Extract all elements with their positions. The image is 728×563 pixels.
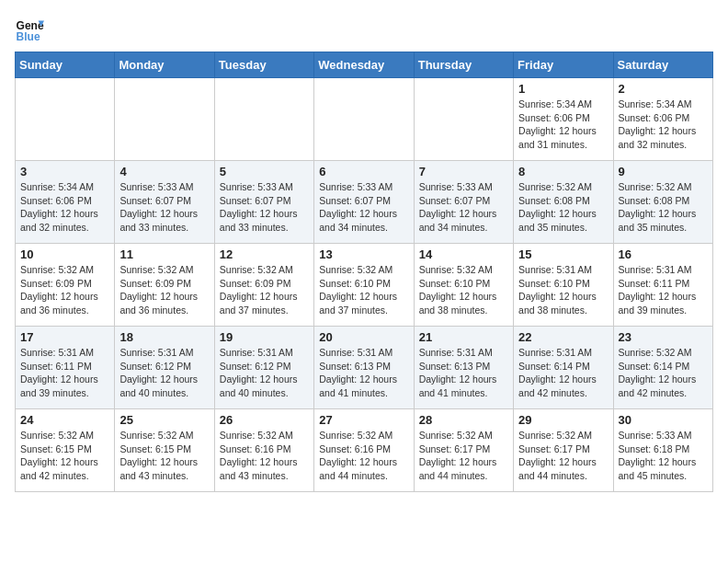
day-number: 16 <box>619 247 708 261</box>
day-number: 21 <box>419 330 508 344</box>
day-number: 14 <box>419 247 508 261</box>
day-number: 24 <box>20 413 109 427</box>
calendar-cell: 21Sunrise: 5:31 AMSunset: 6:13 PMDayligh… <box>414 327 513 409</box>
day-info: Sunrise: 5:32 AMSunset: 6:15 PMDaylight:… <box>119 429 209 483</box>
day-info: Sunrise: 5:34 AMSunset: 6:06 PMDaylight:… <box>619 98 708 152</box>
day-info: Sunrise: 5:32 AMSunset: 6:09 PMDaylight:… <box>220 263 309 317</box>
calendar-cell: 30Sunrise: 5:33 AMSunset: 6:18 PMDayligh… <box>613 409 712 492</box>
day-info: Sunrise: 5:33 AMSunset: 6:07 PMDaylight:… <box>220 180 309 235</box>
day-info: Sunrise: 5:33 AMSunset: 6:07 PMDaylight:… <box>419 180 508 235</box>
day-info: Sunrise: 5:34 AMSunset: 6:06 PMDaylight:… <box>20 180 109 235</box>
day-number: 19 <box>220 330 309 344</box>
logo: General Blue <box>15 15 48 44</box>
calendar-week-2: 3Sunrise: 5:34 AMSunset: 6:06 PMDaylight… <box>16 161 713 244</box>
calendar-week-1: 1Sunrise: 5:34 AMSunset: 6:06 PMDaylight… <box>16 78 713 161</box>
calendar-cell: 28Sunrise: 5:32 AMSunset: 6:17 PMDayligh… <box>414 409 513 492</box>
day-number: 7 <box>419 165 508 178</box>
calendar-cell: 4Sunrise: 5:33 AMSunset: 6:07 PMDaylight… <box>115 161 214 244</box>
day-info: Sunrise: 5:32 AMSunset: 6:16 PMDaylight:… <box>220 429 309 483</box>
day-info: Sunrise: 5:34 AMSunset: 6:06 PMDaylight:… <box>518 98 608 152</box>
calendar-week-5: 24Sunrise: 5:32 AMSunset: 6:15 PMDayligh… <box>16 409 713 492</box>
calendar-cell: 20Sunrise: 5:31 AMSunset: 6:13 PMDayligh… <box>314 327 414 409</box>
day-number: 29 <box>518 413 608 427</box>
calendar-cell: 12Sunrise: 5:32 AMSunset: 6:09 PMDayligh… <box>214 244 313 327</box>
calendar-cell: 16Sunrise: 5:31 AMSunset: 6:11 PMDayligh… <box>613 244 712 327</box>
day-number: 20 <box>319 330 408 344</box>
calendar-cell: 11Sunrise: 5:32 AMSunset: 6:09 PMDayligh… <box>115 244 214 327</box>
day-number: 2 <box>619 82 708 96</box>
calendar-cell: 15Sunrise: 5:31 AMSunset: 6:10 PMDayligh… <box>514 244 613 327</box>
day-info: Sunrise: 5:32 AMSunset: 6:14 PMDaylight:… <box>619 346 708 400</box>
page-header: General Blue <box>15 15 713 44</box>
day-info: Sunrise: 5:33 AMSunset: 6:07 PMDaylight:… <box>319 180 408 235</box>
day-info: Sunrise: 5:32 AMSunset: 6:08 PMDaylight:… <box>518 180 608 235</box>
weekday-header-saturday: Saturday <box>613 52 712 78</box>
calendar-cell <box>115 78 214 161</box>
calendar-cell: 18Sunrise: 5:31 AMSunset: 6:12 PMDayligh… <box>115 327 214 409</box>
day-info: Sunrise: 5:32 AMSunset: 6:17 PMDaylight:… <box>419 429 508 483</box>
calendar-cell: 17Sunrise: 5:31 AMSunset: 6:11 PMDayligh… <box>16 327 115 409</box>
day-number: 17 <box>20 330 109 344</box>
day-info: Sunrise: 5:32 AMSunset: 6:16 PMDaylight:… <box>319 429 408 483</box>
day-info: Sunrise: 5:32 AMSunset: 6:17 PMDaylight:… <box>518 429 608 483</box>
day-number: 30 <box>619 413 708 427</box>
calendar-cell: 9Sunrise: 5:32 AMSunset: 6:08 PMDaylight… <box>613 161 712 244</box>
weekday-header-tuesday: Tuesday <box>214 52 313 78</box>
weekday-header-thursday: Thursday <box>414 52 513 78</box>
day-info: Sunrise: 5:32 AMSunset: 6:10 PMDaylight:… <box>419 263 508 317</box>
calendar-cell: 24Sunrise: 5:32 AMSunset: 6:15 PMDayligh… <box>16 409 115 492</box>
day-info: Sunrise: 5:31 AMSunset: 6:11 PMDaylight:… <box>20 346 109 400</box>
calendar-cell: 13Sunrise: 5:32 AMSunset: 6:10 PMDayligh… <box>314 244 414 327</box>
calendar-cell: 3Sunrise: 5:34 AMSunset: 6:06 PMDaylight… <box>16 161 115 244</box>
day-number: 11 <box>119 247 209 261</box>
calendar-cell <box>214 78 313 161</box>
day-info: Sunrise: 5:31 AMSunset: 6:14 PMDaylight:… <box>518 346 608 400</box>
calendar-cell: 6Sunrise: 5:33 AMSunset: 6:07 PMDaylight… <box>314 161 414 244</box>
day-info: Sunrise: 5:32 AMSunset: 6:15 PMDaylight:… <box>20 429 109 483</box>
day-info: Sunrise: 5:32 AMSunset: 6:08 PMDaylight:… <box>619 180 708 235</box>
svg-text:Blue: Blue <box>17 30 40 43</box>
calendar-body: 1Sunrise: 5:34 AMSunset: 6:06 PMDaylight… <box>16 78 713 492</box>
day-info: Sunrise: 5:31 AMSunset: 6:12 PMDaylight:… <box>119 346 209 400</box>
calendar-cell: 29Sunrise: 5:32 AMSunset: 6:17 PMDayligh… <box>514 409 613 492</box>
calendar-cell: 8Sunrise: 5:32 AMSunset: 6:08 PMDaylight… <box>514 161 613 244</box>
day-number: 18 <box>119 330 209 344</box>
day-info: Sunrise: 5:31 AMSunset: 6:13 PMDaylight:… <box>419 346 508 400</box>
calendar-cell <box>414 78 513 161</box>
day-number: 6 <box>319 165 408 178</box>
calendar-cell: 5Sunrise: 5:33 AMSunset: 6:07 PMDaylight… <box>214 161 313 244</box>
calendar-cell: 23Sunrise: 5:32 AMSunset: 6:14 PMDayligh… <box>613 327 712 409</box>
calendar-cell: 22Sunrise: 5:31 AMSunset: 6:14 PMDayligh… <box>514 327 613 409</box>
day-info: Sunrise: 5:32 AMSunset: 6:09 PMDaylight:… <box>20 263 109 317</box>
calendar-cell: 2Sunrise: 5:34 AMSunset: 6:06 PMDaylight… <box>613 78 712 161</box>
weekday-header-monday: Monday <box>115 52 214 78</box>
weekday-header-wednesday: Wednesday <box>314 52 414 78</box>
day-number: 9 <box>619 165 708 178</box>
day-number: 25 <box>119 413 209 427</box>
calendar-cell: 1Sunrise: 5:34 AMSunset: 6:06 PMDaylight… <box>514 78 613 161</box>
day-number: 4 <box>119 165 209 178</box>
day-number: 13 <box>319 247 408 261</box>
calendar-cell: 27Sunrise: 5:32 AMSunset: 6:16 PMDayligh… <box>314 409 414 492</box>
calendar-cell: 26Sunrise: 5:32 AMSunset: 6:16 PMDayligh… <box>214 409 313 492</box>
day-info: Sunrise: 5:31 AMSunset: 6:11 PMDaylight:… <box>619 263 708 317</box>
day-info: Sunrise: 5:32 AMSunset: 6:10 PMDaylight:… <box>319 263 408 317</box>
day-info: Sunrise: 5:31 AMSunset: 6:10 PMDaylight:… <box>518 263 608 317</box>
calendar-cell <box>314 78 414 161</box>
day-info: Sunrise: 5:33 AMSunset: 6:18 PMDaylight:… <box>619 429 708 483</box>
day-info: Sunrise: 5:31 AMSunset: 6:12 PMDaylight:… <box>220 346 309 400</box>
day-number: 3 <box>20 165 109 178</box>
calendar-cell: 7Sunrise: 5:33 AMSunset: 6:07 PMDaylight… <box>414 161 513 244</box>
day-number: 27 <box>319 413 408 427</box>
day-number: 15 <box>518 247 608 261</box>
calendar-week-4: 17Sunrise: 5:31 AMSunset: 6:11 PMDayligh… <box>16 327 713 409</box>
day-number: 8 <box>518 165 608 178</box>
logo-icon: General Blue <box>15 15 44 44</box>
calendar-cell: 19Sunrise: 5:31 AMSunset: 6:12 PMDayligh… <box>214 327 313 409</box>
calendar: SundayMondayTuesdayWednesdayThursdayFrid… <box>15 52 713 492</box>
day-number: 10 <box>20 247 109 261</box>
weekday-header-friday: Friday <box>514 52 613 78</box>
weekday-header-row: SundayMondayTuesdayWednesdayThursdayFrid… <box>16 52 713 78</box>
day-number: 23 <box>619 330 708 344</box>
day-info: Sunrise: 5:32 AMSunset: 6:09 PMDaylight:… <box>119 263 209 317</box>
